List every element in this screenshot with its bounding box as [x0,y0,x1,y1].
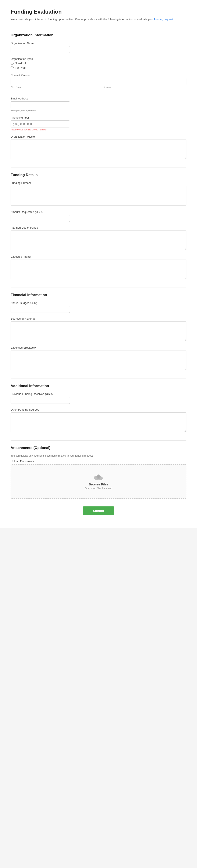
upload-documents-group: Upload Documents Browse Files Drag drop … [10,460,187,499]
org-mission-label: Organization Mission [10,135,187,138]
amount-requested-input[interactable] [10,215,70,222]
funding-form: Organization Information Organization Na… [10,28,187,515]
other-sources-textarea[interactable] [10,412,187,432]
phone-error-text: Please enter a valid phone number. [10,128,187,131]
radio-forprofit-label: For-Profit [15,66,26,69]
revenue-sources-label: Sources of Revenue [10,317,187,320]
prev-funding-label: Previous Funding Received (USD) [10,392,187,396]
amount-requested-group: Amount Requested (USD) [10,210,187,222]
revenue-sources-textarea[interactable] [10,321,187,341]
section-divider-attachments [10,440,187,441]
section-divider-additional [10,378,187,379]
annual-budget-input[interactable] [10,306,70,313]
org-mission-textarea[interactable] [10,140,187,159]
expected-impact-label: Expected Impact [10,255,187,258]
expected-impact-group: Expected Impact [10,255,187,280]
upload-subtitle: Drag drop files here and [15,487,182,490]
section-additional-info: Additional Information Previous Funding … [10,384,187,433]
org-name-label: Organization Name [10,41,187,45]
page-description: We appreciate your interest in funding o… [10,17,184,22]
section-title-org: Organization Information [10,33,187,37]
section-divider-org [10,28,187,28]
section-org-info: Organization Information Organization Na… [10,33,187,160]
planned-use-label: Planned Use of Funds [10,226,187,229]
email-sublabel: example@example.com [10,109,187,112]
org-name-input[interactable] [10,46,70,53]
upload-title: Browse Files [15,483,182,486]
funding-purpose-textarea[interactable] [10,186,187,206]
email-label: Email Address [10,97,187,100]
section-funding-details: Funding Details Funding Purpose Amount R… [10,173,187,280]
funding-purpose-label: Funding Purpose [10,181,187,185]
section-financial-info: Financial Information Annual Budget (USD… [10,293,187,371]
submit-row: Submit [10,506,187,515]
expected-impact-textarea[interactable] [10,259,187,279]
prev-funding-group: Previous Funding Received (USD) [10,392,187,404]
section-attachments: Attachments (Optional) You can upload an… [10,446,187,499]
upload-dropzone[interactable]: Browse Files Drag drop files here and [10,464,187,499]
org-type-group: Organization Type Non-Profit For-Profit [10,57,187,69]
contact-person-label: Contact Person [10,73,187,77]
section-title-financial: Financial Information [10,293,187,297]
section-title-additional: Additional Information [10,384,187,388]
section-divider-financial [10,287,187,288]
last-name-group: Last Name [101,78,187,88]
page-container: Funding Evaluation We appreciate your in… [0,0,197,528]
other-sources-label: Other Funding Sources [10,408,187,411]
section-title-funding: Funding Details [10,173,187,177]
phone-label: Phone Number [10,116,187,119]
radio-forprofit-input[interactable] [10,66,13,69]
first-name-group: First Name [10,78,96,88]
contact-person-group: Contact Person First Name Last Name [10,73,187,93]
email-input[interactable] [10,101,70,108]
radio-nonprofit-label: Non-Profit [15,62,27,65]
phone-input[interactable] [10,120,70,127]
last-name-sublabel: Last Name [101,86,187,88]
planned-use-textarea[interactable] [10,230,187,250]
section-title-attachments: Attachments (Optional) [10,446,187,450]
attachments-note: You can upload any additional documents … [10,454,187,457]
planned-use-group: Planned Use of Funds [10,226,187,251]
cloud-upload-icon [93,473,104,481]
org-mission-group: Organization Mission [10,135,187,160]
funding-purpose-group: Funding Purpose [10,181,187,206]
annual-budget-group: Annual Budget (USD) [10,301,187,313]
page-title: Funding Evaluation [10,8,187,15]
expenses-breakdown-group: Expenses Breakdown [10,346,187,371]
prev-funding-input[interactable] [10,397,70,404]
org-type-radio-group: Non-Profit For-Profit [10,62,187,69]
first-name-sublabel: First Name [10,86,96,88]
radio-forprofit[interactable]: For-Profit [10,66,187,69]
submit-button[interactable]: Submit [83,506,114,515]
last-name-input[interactable] [101,78,187,85]
radio-nonprofit[interactable]: Non-Profit [10,62,187,65]
expenses-breakdown-textarea[interactable] [10,350,187,370]
radio-nonprofit-input[interactable] [10,62,13,65]
annual-budget-label: Annual Budget (USD) [10,301,187,305]
revenue-sources-group: Sources of Revenue [10,317,187,342]
contact-name-row: First Name Last Name [10,78,187,93]
first-name-input[interactable] [10,78,96,85]
upload-documents-label: Upload Documents [10,460,187,463]
section-divider-funding [10,167,187,168]
other-sources-group: Other Funding Sources [10,408,187,433]
org-type-label: Organization Type [10,57,187,60]
email-group: Email Address example@example.com [10,97,187,112]
org-name-group: Organization Name [10,41,187,53]
expenses-breakdown-label: Expenses Breakdown [10,346,187,349]
amount-requested-label: Amount Requested (USD) [10,210,187,214]
phone-group: Phone Number Please enter a valid phone … [10,116,187,131]
